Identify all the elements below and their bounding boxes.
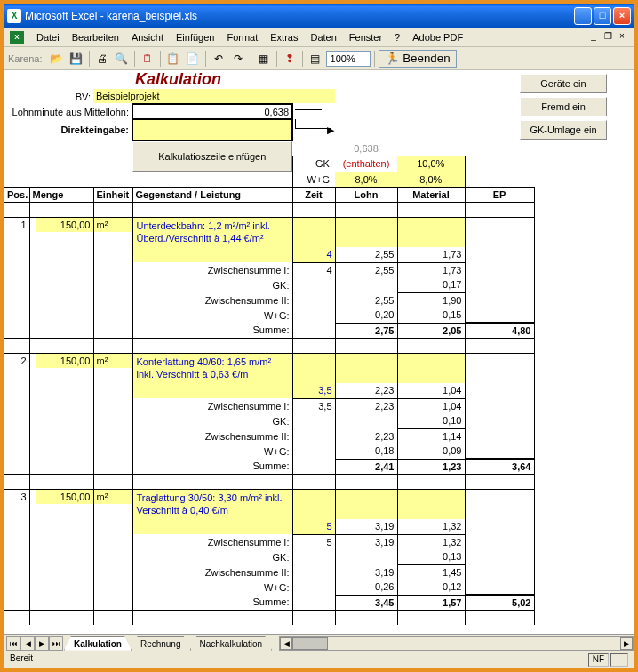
redo-icon[interactable]: ↷ bbox=[229, 50, 247, 68]
preview-icon[interactable]: 🔍 bbox=[113, 50, 131, 68]
material-cell: 1,73 bbox=[397, 247, 465, 262]
tab-nav-last[interactable]: ⏭ bbox=[49, 636, 63, 651]
print-icon[interactable]: 🖨 bbox=[93, 50, 111, 68]
toolbar-label: Karena: bbox=[8, 53, 43, 64]
calc-icon[interactable]: 🗒 bbox=[139, 50, 156, 68]
wg-pct[interactable]: 8,0% bbox=[397, 172, 465, 187]
doc-close[interactable]: × bbox=[616, 31, 628, 44]
minimize-button[interactable]: _ bbox=[574, 7, 592, 25]
window-title: Microsoft Excel - karena_beispiel.xls bbox=[25, 10, 574, 22]
scroll-right-icon[interactable]: ▶ bbox=[620, 637, 633, 650]
tabs-bar: ⏮ ◀ ▶ ⏭ Kalkulation Rechnung Nachkalkula… bbox=[4, 634, 634, 652]
status-ready: Bereit bbox=[10, 653, 33, 667]
menu-help[interactable]: ? bbox=[389, 30, 405, 44]
col-menge: Menge bbox=[29, 187, 93, 202]
zeit-cell[interactable]: 3,5 bbox=[292, 383, 335, 398]
menu-einfuegen[interactable]: Einfügen bbox=[171, 30, 219, 44]
menubar: X Datei Bearbeiten Ansicht Einfügen Form… bbox=[4, 28, 634, 47]
position-row: 2150,00m²Konterlattung 40/60: 1,65 m/m² … bbox=[4, 353, 634, 368]
menu-bearbeiten[interactable]: Bearbeiten bbox=[67, 30, 124, 44]
lohn-value[interactable]: 0,638 bbox=[132, 104, 292, 119]
sum-material: 1,57 bbox=[397, 595, 465, 610]
menu-daten[interactable]: Daten bbox=[305, 30, 341, 44]
zeit-cell[interactable]: 4 bbox=[292, 247, 335, 262]
direkt-label: Direkteingabe: bbox=[4, 119, 132, 140]
tab-nav-next[interactable]: ▶ bbox=[35, 636, 49, 651]
material-cell: 1,32 bbox=[397, 519, 465, 534]
sum-lohn: 3,45 bbox=[335, 595, 397, 610]
menu-ansicht[interactable]: Ansicht bbox=[126, 30, 169, 44]
col-einheit: Einheit bbox=[93, 187, 132, 202]
gk-umlage-button[interactable]: GK-Umlage ein bbox=[520, 120, 607, 140]
statusbar: Bereit NF bbox=[4, 652, 634, 668]
lohn-cell: 2,23 bbox=[335, 383, 397, 398]
zoom-input[interactable] bbox=[326, 51, 371, 67]
einheit-cell[interactable]: m² bbox=[93, 353, 132, 368]
sum-ep: 3,64 bbox=[465, 459, 534, 474]
lohn-label: Lohnminute aus Mittellohn: bbox=[4, 104, 132, 119]
col-gegenstand: Gegenstand / Leistung bbox=[132, 187, 292, 202]
sheet-icon[interactable]: ▤ bbox=[307, 50, 324, 68]
grid-icon[interactable]: ▦ bbox=[255, 50, 273, 68]
menu-extras[interactable]: Extras bbox=[265, 30, 303, 44]
insert-row-button[interactable]: Kalkulatioszeile einfügen bbox=[132, 141, 292, 172]
desc-cell[interactable]: Traglattung 30/50: 3,30 m/m² inkl. Versc… bbox=[132, 489, 292, 534]
fremd-button[interactable]: Fremd ein bbox=[520, 97, 607, 116]
horizontal-scrollbar[interactable]: ◀ ▶ bbox=[279, 636, 634, 651]
position-row: 1150,00m²Unterdeckbahn: 1,2 m²/m² inkl. … bbox=[4, 217, 634, 232]
save-icon[interactable]: 💾 bbox=[68, 50, 85, 68]
menu-fenster[interactable]: Fenster bbox=[344, 30, 387, 44]
excel-doc-icon[interactable]: X bbox=[10, 31, 24, 44]
menu-format[interactable]: Format bbox=[221, 30, 263, 44]
undo-icon[interactable]: ↶ bbox=[210, 50, 227, 68]
menge-cell[interactable]: 150,00 bbox=[36, 353, 93, 368]
bv-value[interactable]: Beispielprojekt bbox=[93, 89, 335, 104]
col-lohn: Lohn bbox=[335, 187, 397, 202]
desc-cell[interactable]: Unterdeckbahn: 1,2 m²/m² inkl. Überd./Ve… bbox=[132, 217, 292, 262]
gk-enthalten: (enthalten) bbox=[335, 156, 397, 172]
sum-material: 1,23 bbox=[397, 459, 465, 474]
lohn-cell: 3,19 bbox=[335, 519, 397, 534]
wg-val[interactable]: 8,0% bbox=[335, 172, 397, 187]
rate-small: 0,638 bbox=[335, 140, 397, 156]
direkt-input[interactable] bbox=[132, 119, 292, 140]
col-ep: EP bbox=[465, 187, 534, 202]
sum-ep: 4,80 bbox=[465, 323, 534, 338]
tab-kalkulation[interactable]: Kalkulation bbox=[64, 636, 132, 651]
doc-minimize[interactable]: _ bbox=[587, 31, 600, 44]
scroll-left-icon[interactable]: ◀ bbox=[280, 637, 292, 650]
col-material: Material bbox=[397, 187, 465, 202]
close-button[interactable]: × bbox=[613, 7, 631, 25]
tab-nav-prev[interactable]: ◀ bbox=[20, 636, 35, 651]
page-title: Kalkulation bbox=[132, 70, 292, 89]
excel-icon: X bbox=[7, 9, 21, 23]
paste-icon[interactable]: 📄 bbox=[184, 50, 202, 68]
menu-datei[interactable]: Datei bbox=[31, 30, 65, 44]
maximize-button[interactable]: □ bbox=[594, 7, 611, 25]
copy-icon[interactable]: 📋 bbox=[164, 50, 182, 68]
sheet-area[interactable]: Geräte ein Fremd ein GK-Umlage ein Kalku… bbox=[4, 70, 634, 634]
menu-adobe[interactable]: Adobe PDF bbox=[407, 30, 468, 44]
sum-lohn: 2,75 bbox=[335, 323, 397, 338]
tab-nav-first[interactable]: ⏮ bbox=[6, 636, 20, 651]
desc-cell[interactable]: Konterlattung 40/60: 1,65 m/m² inkl. Ver… bbox=[132, 353, 292, 398]
geraete-button[interactable]: Geräte ein bbox=[520, 74, 607, 93]
tab-rechnung[interactable]: Rechnung bbox=[131, 636, 191, 651]
steps-icon[interactable]: ❢ bbox=[281, 50, 299, 68]
lohn-cell: 2,55 bbox=[335, 247, 397, 262]
menge-cell[interactable]: 150,00 bbox=[36, 489, 93, 504]
doc-restore[interactable]: ❐ bbox=[602, 31, 614, 44]
einheit-cell[interactable]: m² bbox=[93, 489, 132, 504]
zeit-cell[interactable]: 5 bbox=[292, 519, 335, 534]
status-nf: NF bbox=[588, 653, 609, 667]
toolbar: Karena: 📂 💾 🖨 🔍 🗒 📋 📄 ↶ ↷ ▦ ❢ ▤ 🏃 Beende… bbox=[4, 47, 634, 70]
einheit-cell[interactable]: m² bbox=[93, 217, 132, 232]
scroll-thumb[interactable] bbox=[292, 637, 328, 650]
sum-ep: 5,02 bbox=[465, 595, 534, 610]
menge-cell[interactable]: 150,00 bbox=[36, 217, 93, 232]
open-icon[interactable]: 📂 bbox=[48, 50, 66, 68]
beenden-button[interactable]: 🏃 Beenden bbox=[379, 50, 457, 68]
gk-pct[interactable]: 10,0% bbox=[397, 156, 465, 172]
tab-nachkalkulation[interactable]: Nachkalkulation bbox=[190, 636, 273, 651]
col-pos: Pos. bbox=[4, 187, 29, 202]
